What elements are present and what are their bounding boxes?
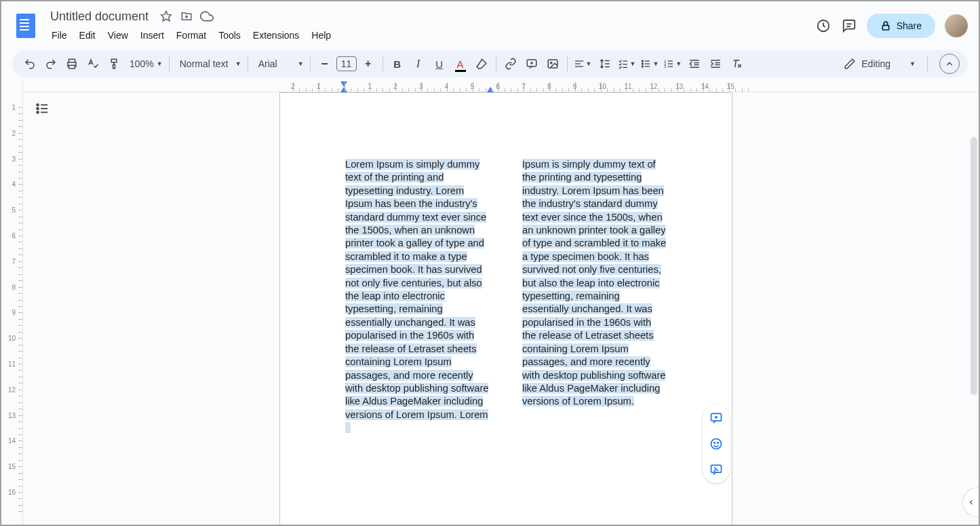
svg-point-21	[642, 60, 644, 62]
selected-text: Ipsum is simply dummy text of the printi…	[522, 159, 666, 407]
menu-extensions[interactable]: Extensions	[248, 27, 305, 43]
checklist-dropdown[interactable]: ▼	[616, 54, 638, 73]
cloud-status-icon[interactable]	[200, 10, 214, 23]
numbered-list-dropdown[interactable]: 123▼	[662, 54, 683, 73]
history-icon[interactable]	[815, 18, 831, 34]
undo-button[interactable]	[20, 54, 39, 73]
line-spacing-button[interactable]	[595, 54, 614, 73]
menu-file[interactable]: File	[46, 27, 73, 43]
add-emoji-icon[interactable]	[708, 436, 724, 452]
document-page[interactable]: Lorem Ipsum is simply dummy text of the …	[279, 92, 732, 525]
underline-button[interactable]: U	[430, 54, 449, 73]
insert-image-button[interactable]	[543, 54, 562, 73]
collapse-toolbar-button[interactable]	[939, 54, 960, 74]
toolbar: 100%▼ Normal text▼ Arial▼ − 11 + B I U A…	[12, 50, 968, 77]
svg-point-25	[642, 66, 644, 67]
svg-rect-5	[69, 59, 75, 62]
align-dropdown[interactable]: ▼	[572, 54, 593, 73]
vertical-scrollbar[interactable]	[971, 137, 977, 395]
selected-text: Lorem Ipsum is simply dummy text of the …	[345, 159, 488, 420]
font-size-increase[interactable]: +	[359, 54, 378, 73]
bulleted-list-dropdown[interactable]: ▼	[639, 54, 660, 73]
insert-link-button[interactable]	[501, 54, 520, 73]
svg-point-43	[37, 108, 39, 110]
svg-point-23	[642, 63, 644, 64]
svg-rect-4	[882, 25, 888, 30]
zoom-dropdown[interactable]: 100%▼	[125, 54, 164, 73]
share-label: Share	[897, 20, 922, 31]
menu-tools[interactable]: Tools	[213, 27, 246, 43]
spellcheck-button[interactable]	[83, 54, 102, 73]
svg-point-45	[37, 111, 39, 113]
share-button[interactable]: Share	[867, 14, 935, 38]
menu-help[interactable]: Help	[306, 27, 336, 43]
star-icon[interactable]	[159, 10, 173, 23]
print-button[interactable]	[62, 54, 81, 73]
vertical-ruler[interactable]: 12345678910111213141516	[1, 81, 23, 525]
menu-bar: File Edit View Insert Format Tools Exten…	[46, 27, 815, 43]
svg-point-11	[550, 62, 551, 63]
suggest-edits-icon[interactable]	[708, 462, 724, 478]
explore-tab[interactable]	[962, 487, 979, 517]
mode-dropdown[interactable]: Editing ▼	[837, 58, 922, 70]
redo-button[interactable]	[41, 54, 60, 73]
svg-rect-6	[69, 65, 75, 69]
user-avatar[interactable]	[945, 14, 968, 37]
column-1[interactable]: Lorem Ipsum is simply dummy text of the …	[345, 158, 490, 435]
horizontal-ruler[interactable]: 21123456789101112131415	[23, 81, 979, 92]
svg-point-50	[711, 439, 722, 449]
svg-point-41	[37, 104, 39, 106]
highlight-button[interactable]	[472, 54, 491, 73]
italic-button[interactable]: I	[409, 54, 428, 73]
menu-view[interactable]: View	[102, 27, 134, 43]
bold-button[interactable]: B	[388, 54, 407, 73]
decrease-indent-button[interactable]	[685, 54, 704, 73]
increase-indent-button[interactable]	[706, 54, 725, 73]
font-size-decrease[interactable]: −	[315, 54, 334, 73]
font-dropdown[interactable]: Arial▼	[253, 54, 305, 73]
side-action-bar	[703, 405, 730, 483]
paint-format-button[interactable]	[104, 54, 123, 73]
outline-toggle-icon[interactable]	[33, 100, 52, 117]
svg-point-52	[718, 443, 719, 444]
move-icon[interactable]	[180, 10, 193, 23]
menu-edit[interactable]: Edit	[74, 27, 101, 43]
text-color-button[interactable]: A	[451, 54, 470, 73]
insert-comment-button[interactable]	[522, 54, 541, 73]
paragraph-style-dropdown[interactable]: Normal text▼	[174, 54, 243, 73]
svg-point-51	[714, 443, 716, 444]
menu-format[interactable]: Format	[171, 27, 212, 43]
column-2[interactable]: Ipsum is simply dummy text of the printi…	[522, 158, 667, 435]
comments-icon[interactable]	[841, 18, 857, 34]
clear-formatting-button[interactable]	[727, 54, 746, 73]
font-size-input[interactable]: 11	[336, 56, 357, 71]
docs-logo[interactable]	[12, 12, 39, 39]
document-title[interactable]: Untitled document	[46, 8, 153, 25]
add-comment-icon[interactable]	[708, 410, 724, 426]
menu-insert[interactable]: Insert	[135, 27, 170, 43]
svg-marker-0	[161, 12, 172, 21]
svg-text:3: 3	[665, 64, 667, 69]
